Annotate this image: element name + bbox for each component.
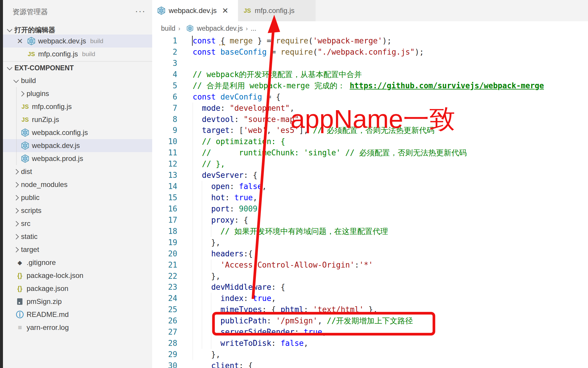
code-line-8[interactable]: devtool: "source-map", [193,114,304,125]
line-number: 2 [152,46,177,58]
line-number: 21 [152,259,177,271]
line-number: 18 [152,226,177,237]
line-number: 24 [152,293,177,304]
line-number: 22 [152,271,177,282]
line-number: 9 [152,125,177,136]
line-number: 3 [152,58,177,69]
line-number: 10 [152,136,177,147]
code-line-10[interactable]: // optimization: { [193,136,285,147]
line-number: 30 [152,360,177,368]
code-line-17[interactable]: proxy: { [193,214,248,226]
code-line-29[interactable]: }, [193,349,220,360]
line-number: 16 [152,203,177,214]
code-line-13[interactable]: devServer: { [193,170,257,181]
code-line-2[interactable]: const baseConfig = require("./webpack.co… [193,46,424,58]
code-line-19[interactable]: }, [193,237,220,248]
line-number: 29 [152,349,177,360]
code-line-28[interactable]: writeToDisk: false, [193,338,308,349]
code-line-6[interactable]: const devConfig = { [193,91,280,102]
line-number: 13 [152,170,177,181]
code-line-14[interactable]: open: false, [193,181,267,192]
annotation-highlight-box [212,312,435,336]
line-number: 8 [152,114,177,125]
line-number: 1 [152,35,177,46]
line-number: 26 [152,315,177,326]
line-number: 14 [152,181,177,192]
code-line-12[interactable]: // }, [193,158,225,170]
annotation-text: appName一致 [290,105,455,133]
line-number: 28 [152,338,177,349]
code-line-15[interactable]: hot: true, [193,192,257,203]
line-number: 17 [152,214,177,226]
line-number: 23 [152,281,177,293]
code-line-22[interactable]: }, [193,271,220,282]
code-line-21[interactable]: 'Access-Control-Allow-Origin':'*' [193,259,373,271]
vscode-window: 资源管理器 ··· 打开的编辑器 ✕webpack.dev.jsbuildJSm… [0,0,588,368]
line-number: 6 [152,91,177,102]
line-number: 12 [152,158,177,170]
code-line-23[interactable]: devMiddleware: { [193,281,285,293]
line-number: 15 [152,192,177,203]
line-number: 11 [152,147,177,158]
code-line-24[interactable]: index: true, [193,293,276,304]
line-number: 20 [152,248,177,259]
code-line-1[interactable]: const { merge } = require('webpack-merge… [193,35,392,46]
code-line-30[interactable]: client: { [193,360,253,368]
line-number: 27 [152,326,177,338]
code-line-4[interactable]: // webpack的开发环境配置，从基本配置中合并 [193,69,362,80]
line-number: 5 [152,80,177,91]
code-line-7[interactable]: mode: "development", [193,102,294,114]
line-number: 19 [152,237,177,248]
line-number: 7 [152,102,177,114]
code-line-5[interactable]: // 合并是利用 webpack-merge 完成的： https://gith… [193,80,544,91]
code-line-11[interactable]: // runtimeChunk: 'single' // 必须配置，否则无法热更… [193,147,467,158]
code-line-18[interactable]: // 如果开发环境中有跨域问题，在这里配置代理 [193,226,388,237]
line-number: 25 [152,304,177,315]
code-line-16[interactable]: port: 9009, [193,203,262,214]
code-line-20[interactable]: headers:{ [193,248,253,259]
line-number: 4 [152,69,177,80]
